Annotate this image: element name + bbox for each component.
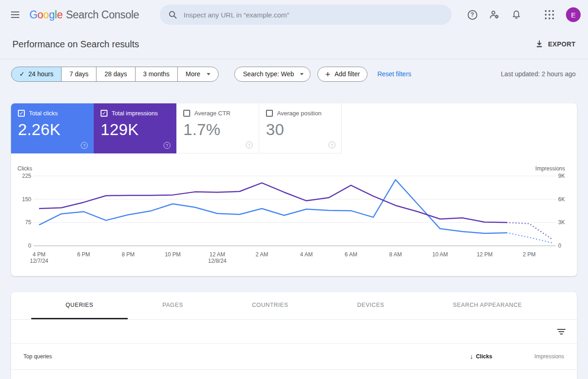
logo-letter: o [43,9,49,21]
menu-icon[interactable] [10,8,23,21]
add-filter-button[interactable]: + Add filter [317,67,368,82]
export-label: EXPORT [548,40,576,48]
notifications-button[interactable] [509,7,524,22]
help-icon: ? [468,10,477,20]
chevron-down-icon [300,73,304,75]
x-tick-label: 12 PM [477,251,493,258]
tab-queries[interactable]: QUERIES [31,292,128,319]
plus-icon: + [325,70,330,79]
date-range-label: 24 hours [28,70,53,78]
x-tick-label: 4 AM [300,251,312,258]
app-header: Google Search Console ? [0,0,588,29]
download-icon [535,40,543,48]
page-title-row: Performance on Search results EXPORT [0,29,588,59]
right-axis-tick: 9K [558,173,565,179]
x-tick-label: 2 AM [255,251,268,258]
left-axis-tick: 150 [22,196,31,203]
dimension-tabs: QUERIESPAGESCOUNTRIESDEVICESSEARCH APPEA… [11,292,577,320]
avatar[interactable]: E [566,7,581,22]
x-tick-sublabel: 12/7/24 [30,258,48,264]
clicks-line-forecast-dotted [507,233,552,243]
app-logo[interactable]: Google Search Console [29,9,139,21]
google-logo-word: Google [29,9,62,21]
filter-bar: ✓24 hours7 days28 days3 monthsMore Searc… [0,59,588,89]
column-header-clicks[interactable]: ↓ Clicks [470,353,492,360]
last-updated-text: Last updated: 2 hours ago [501,70,576,78]
reset-filters-link[interactable]: Reset filters [377,70,411,78]
filter-list-icon[interactable] [557,329,565,334]
left-axis-tick: 75 [25,219,32,226]
date-range-group: ✓24 hours7 days28 days3 monthsMore [11,67,219,82]
left-axis-tick: 0 [28,243,31,249]
impressions-line [39,183,507,222]
table-toolbar [11,320,577,344]
tab-devices[interactable]: DEVICES [322,292,419,319]
url-inspect-searchbar[interactable] [160,5,452,25]
column-header-top-queries: Top queries [23,353,52,360]
column-header-impressions[interactable]: Impressions [534,353,564,360]
left-axis-tick: 225 [22,173,31,179]
more-label: More [186,70,200,78]
date-range-7-days[interactable]: 7 days [61,67,96,82]
right-axis-tick: 6K [558,196,565,203]
tab-search-appearance[interactable]: SEARCH APPEARANCE [419,292,556,319]
x-tick-sublabel: 12/8/24 [208,258,226,264]
check-icon: ✓ [19,70,25,78]
right-axis-tick: 0 [558,243,561,249]
user-settings-icon [489,9,500,20]
tab-pages[interactable]: PAGES [128,292,218,319]
performance-chart-card: ✓Total clicks2.26K?✓Total impressions129… [11,103,577,276]
bell-icon [511,10,521,20]
x-tick-label: 6 AM [345,251,357,258]
table-header-row: Top queries ↓ Clicks Impressions [11,344,577,370]
date-range-3-months[interactable]: 3 months [135,67,178,82]
x-tick-label: 4 PM [33,251,45,258]
date-range-more-button[interactable]: More [177,67,219,82]
dimensions-table-card: QUERIESPAGESCOUNTRIESDEVICESSEARCH APPEA… [11,292,577,379]
tab-countries[interactable]: COUNTRIES [218,292,322,319]
logo-letter: G [29,9,38,21]
x-tick-label: 8 AM [389,251,401,258]
chevron-down-icon [207,73,210,75]
page-title: Performance on Search results [12,39,139,50]
x-tick-label: 10 PM [165,251,181,258]
user-settings-button[interactable] [487,7,502,22]
date-range-label: 3 months [143,70,170,78]
sort-desc-icon: ↓ [470,353,473,360]
date-range-24-hours[interactable]: ✓24 hours [11,67,62,82]
logo-letter: e [57,9,63,21]
search-input[interactable] [184,11,443,19]
left-axis-title: Clicks [17,165,32,172]
date-range-label: 28 days [104,70,127,78]
apps-grid-icon [545,10,554,19]
performance-chart[interactable]: 2251507509K6K3K0ClicksImpressions4 PM12/… [11,103,577,276]
export-button[interactable]: EXPORT [535,40,576,48]
x-tick-label: 2 PM [523,251,536,258]
search-type-dropdown[interactable]: Search type: Web [234,67,311,82]
right-axis-title: Impressions [535,165,565,172]
add-filter-label: Add filter [334,70,360,78]
logo-letter: o [38,9,44,21]
date-range-label: 7 days [69,70,88,78]
impressions-line-forecast-dotted [507,222,552,238]
google-apps-button[interactable] [542,7,557,22]
date-range-28-days[interactable]: 28 days [96,67,135,82]
product-name: Search Console [66,9,139,21]
x-tick-label: 8 PM [122,251,135,258]
right-axis-tick: 3K [558,219,565,226]
logo-letter: g [49,9,55,21]
x-tick-label: 12 AM [209,251,225,258]
help-button[interactable]: ? [465,7,480,22]
x-tick-label: 6 PM [77,251,90,258]
search-type-label: Search type: Web [243,70,294,78]
search-icon [168,10,177,19]
x-tick-label: 10 AM [432,251,448,258]
